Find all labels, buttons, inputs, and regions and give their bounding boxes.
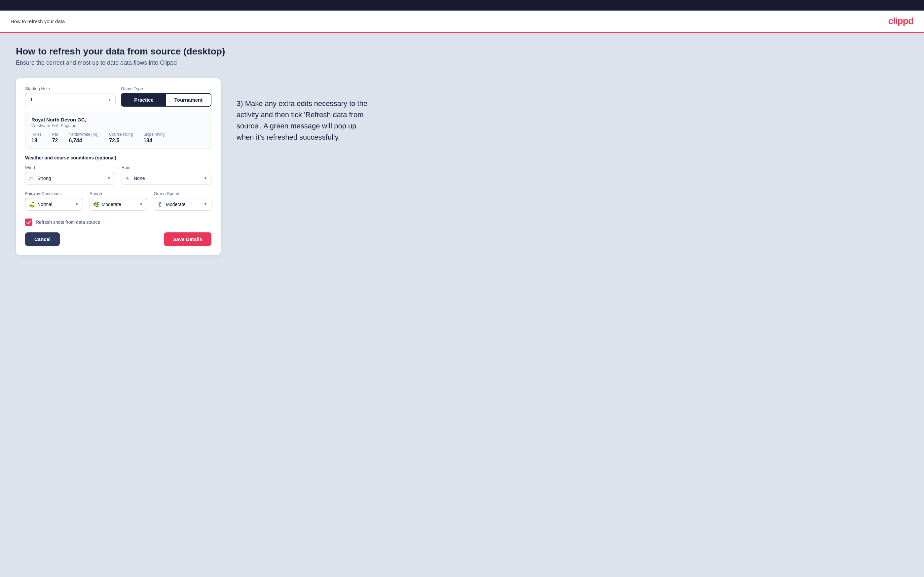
button-row: Cancel Save Details: [25, 232, 212, 246]
conditions-grid-3: Fairway Conditions ⛳ Normal ▼ Rough 🌿: [25, 191, 212, 211]
tournament-button[interactable]: Tournament: [166, 94, 211, 106]
game-type-label: Game Type: [121, 86, 212, 91]
slope-rating-label: Slope rating: [144, 132, 165, 137]
fairway-field: Fairway Conditions ⛳ Normal ▼: [25, 191, 83, 211]
course-stats: Holes 18 Par 72 Yards/White (M)) 6,744 C…: [31, 132, 205, 143]
conditions-grid: Wind 🌬 Strong ▼ Rain ☀ None: [25, 165, 212, 185]
page-title: How to refresh your data from source (de…: [16, 46, 908, 57]
page-subtitle: Ensure the correct and most up to date d…: [16, 60, 908, 66]
course-location: Westward Ho!, England: [31, 123, 205, 128]
starting-hole-label: Starting Hole: [25, 86, 116, 91]
top-form-row: Starting Hole 1 ▼ Game Type Practice Tou…: [25, 86, 212, 106]
starting-hole-select[interactable]: 1: [25, 93, 116, 106]
holes-label: Holes: [31, 132, 42, 137]
cancel-button[interactable]: Cancel: [25, 232, 60, 246]
rough-select[interactable]: Moderate: [89, 198, 147, 211]
main-content: How to refresh your data from source (de…: [0, 33, 924, 577]
wind-select[interactable]: Strong: [25, 172, 115, 185]
stat-course-rating: Course rating 72.5: [109, 132, 133, 143]
course-rating-label: Course rating: [109, 132, 133, 137]
rain-select[interactable]: None: [121, 172, 212, 185]
stat-yards: Yards/White (M)) 6,744: [69, 132, 99, 143]
content-area: Starting Hole 1 ▼ Game Type Practice Tou…: [16, 78, 908, 255]
game-type-buttons: Practice Tournament: [121, 93, 212, 106]
course-name: Royal North Devon GC,: [31, 117, 205, 122]
holes-value: 18: [31, 138, 42, 143]
side-instruction: 3) Make any extra edits necessary to the…: [236, 98, 375, 143]
stat-slope-rating: Slope rating 134: [144, 132, 165, 143]
top-bar: [0, 0, 924, 11]
green-speed-select-wrapper: 🏌 Moderate ▼: [153, 198, 212, 211]
stat-par: Par 72: [52, 132, 58, 143]
starting-hole-section: Starting Hole 1 ▼: [25, 86, 116, 106]
green-speed-field: Green Speed 🏌 Moderate ▼: [153, 191, 212, 211]
rough-label: Rough: [89, 191, 147, 196]
fairway-label: Fairway Conditions: [25, 191, 83, 196]
rain-label: Rain: [121, 165, 212, 170]
rain-field: Rain ☀ None ▼: [121, 165, 212, 185]
green-speed-select[interactable]: Moderate: [153, 198, 212, 211]
form-card: Starting Hole 1 ▼ Game Type Practice Tou…: [16, 78, 221, 255]
yards-value: 6,744: [69, 138, 99, 143]
fairway-select-wrapper: ⛳ Normal ▼: [25, 198, 83, 211]
stat-holes: Holes 18: [31, 132, 42, 143]
wind-label: Wind: [25, 165, 115, 170]
header: How to refresh your data clippd: [0, 11, 924, 32]
side-text-area: 3) Make any extra edits necessary to the…: [236, 78, 375, 143]
breadcrumb: How to refresh your data: [11, 18, 65, 24]
par-value: 72: [52, 138, 58, 143]
par-label: Par: [52, 132, 58, 137]
save-details-button[interactable]: Save Details: [164, 232, 212, 246]
fairway-select[interactable]: Normal: [25, 198, 83, 211]
wind-field: Wind 🌬 Strong ▼: [25, 165, 115, 185]
rough-field: Rough 🌿 Moderate ▼: [89, 191, 147, 211]
game-type-section: Game Type Practice Tournament: [121, 86, 212, 106]
rain-select-wrapper: ☀ None ▼: [121, 172, 212, 185]
wind-select-wrapper: 🌬 Strong ▼: [25, 172, 115, 185]
slope-rating-value: 134: [144, 138, 165, 143]
logo: clippd: [888, 16, 913, 26]
refresh-checkbox-label: Refresh shots from data source: [36, 219, 100, 225]
course-rating-value: 72.5: [109, 138, 133, 143]
course-info-box: Royal North Devon GC, Westward Ho!, Engl…: [25, 112, 212, 148]
refresh-checkbox-row: Refresh shots from data source: [25, 219, 212, 226]
refresh-checkbox[interactable]: [25, 219, 32, 226]
rough-select-wrapper: 🌿 Moderate ▼: [89, 198, 147, 211]
green-speed-label: Green Speed: [153, 191, 212, 196]
starting-hole-select-wrapper: 1 ▼: [25, 93, 116, 106]
yards-label: Yards/White (M)): [69, 132, 99, 137]
conditions-title: Weather and course conditions (optional): [25, 155, 212, 160]
practice-button[interactable]: Practice: [121, 94, 166, 106]
